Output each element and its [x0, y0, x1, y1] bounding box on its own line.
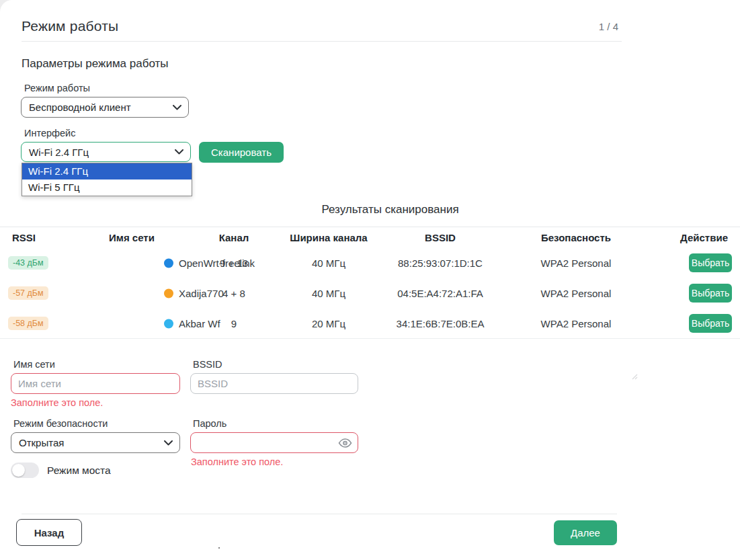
- rssi-badge: -43 дБм: [8, 256, 48, 270]
- toggle-knob: [12, 464, 25, 477]
- password-label: Пароль: [193, 418, 227, 429]
- table-row: -57 дБм Xadija770 4 + 8 40 МГц 04:5E:A4:…: [0, 278, 740, 309]
- col-header-channel: Канал: [219, 232, 249, 243]
- bssid-cell: 34:1E:6B:7E:0B:EA: [397, 317, 485, 329]
- channel-cell: 9 + 13: [220, 257, 248, 268]
- dropdown-option-wifi-5[interactable]: Wi-Fi 5 ГГц: [22, 179, 192, 196]
- network-name-cell: Akbar Wf: [164, 317, 220, 329]
- network-name-error: Заполните это поле.: [11, 397, 103, 408]
- eye-icon[interactable]: [338, 438, 352, 448]
- network-dot-icon: [164, 258, 173, 268]
- bridge-mode-toggle[interactable]: [11, 463, 39, 478]
- interface-select[interactable]: Wi-Fi 2.4 ГГц: [21, 142, 191, 162]
- select-network-button[interactable]: Выбрать: [689, 284, 732, 303]
- stray-dot: [218, 547, 220, 549]
- interface-dropdown-list: Wi-Fi 2.4 ГГц Wi-Fi 5 ГГц: [22, 163, 192, 196]
- password-error: Заполните это поле.: [191, 456, 283, 467]
- scan-results-title: Результаты сканирования: [0, 203, 740, 216]
- channel-cell: 9: [231, 317, 237, 329]
- interface-select-value: Wi-Fi 2.4 ГГц: [29, 147, 89, 158]
- bridge-mode-label: Режим моста: [47, 465, 111, 477]
- channel-cell: 4 + 8: [222, 287, 245, 298]
- table-row: -43 дБм OpenWrt-freelink 9 + 13 40 МГц 8…: [0, 247, 740, 278]
- next-button[interactable]: Далее: [554, 520, 617, 545]
- network-name-label: Имя сети: [13, 359, 55, 370]
- bssid-cell: 04:5E:A4:72:A1:FA: [397, 287, 483, 298]
- network-dot-icon: [164, 319, 173, 328]
- mode-select[interactable]: Беспроводной клиент: [21, 97, 189, 118]
- channel-width-cell: 40 МГц: [312, 257, 345, 268]
- chevron-down-icon: [173, 105, 181, 110]
- security-cell: WPA2 Personal: [541, 257, 612, 268]
- security-mode-label: Режим безопасности: [13, 418, 108, 429]
- col-header-rssi: RSSI: [12, 232, 36, 243]
- footer-divider: [22, 514, 617, 514]
- col-header-width: Ширина канала: [290, 232, 367, 243]
- mode-select-value: Беспроводной клиент: [29, 102, 131, 113]
- security-mode-value: Открытая: [19, 437, 64, 448]
- select-network-button[interactable]: Выбрать: [689, 314, 732, 333]
- table-row: -58 дБм Akbar Wf 9 20 МГц 34:1E:6B:7E:0B…: [0, 308, 740, 339]
- col-header-security: Безопасность: [541, 232, 611, 243]
- bssid-label: BSSID: [193, 359, 222, 370]
- header-divider: [22, 41, 622, 42]
- rssi-badge: -57 дБм: [8, 286, 48, 300]
- network-name-input[interactable]: [11, 373, 180, 394]
- section-title: Параметры режима работы: [22, 57, 169, 71]
- back-button[interactable]: Назад: [16, 519, 82, 546]
- channel-width-cell: 40 МГц: [312, 287, 345, 298]
- rssi-badge: -58 дБм: [8, 317, 48, 330]
- network-name-cell: Xadija770: [164, 287, 224, 298]
- chevron-down-icon: [164, 440, 173, 446]
- wizard-page: Режим работы 1 / 4 Параметры режима рабо…: [0, 0, 740, 560]
- col-header-bssid: BSSID: [425, 232, 456, 243]
- network-dot-icon: [164, 288, 173, 298]
- security-cell: WPA2 Personal: [541, 317, 612, 329]
- col-header-action: Действие: [680, 232, 728, 243]
- col-header-name: Имя сети: [109, 232, 155, 243]
- scan-button[interactable]: Сканировать: [199, 142, 284, 163]
- password-input[interactable]: [190, 432, 358, 453]
- mode-select-label: Режим работы: [24, 83, 90, 93]
- chevron-down-icon: [175, 149, 183, 155]
- security-cell: WPA2 Personal: [541, 287, 612, 298]
- step-indicator: 1 / 4: [599, 21, 618, 32]
- select-network-button[interactable]: Выбрать: [689, 253, 732, 272]
- results-table-header: RSSI Имя сети Канал Ширина канала BSSID …: [0, 227, 740, 248]
- resize-grip-icon: [632, 374, 638, 380]
- interface-select-label: Интерфейс: [24, 128, 75, 138]
- bssid-input[interactable]: [190, 373, 358, 394]
- security-mode-select[interactable]: Открытая: [11, 432, 180, 453]
- bssid-cell: 88:25:93:07:1D:1C: [398, 257, 483, 268]
- password-field-wrap: [190, 432, 358, 453]
- channel-width-cell: 20 МГц: [312, 317, 345, 329]
- page-title: Режим работы: [22, 18, 118, 34]
- dropdown-option-wifi-24[interactable]: Wi-Fi 2.4 ГГц: [22, 163, 192, 179]
